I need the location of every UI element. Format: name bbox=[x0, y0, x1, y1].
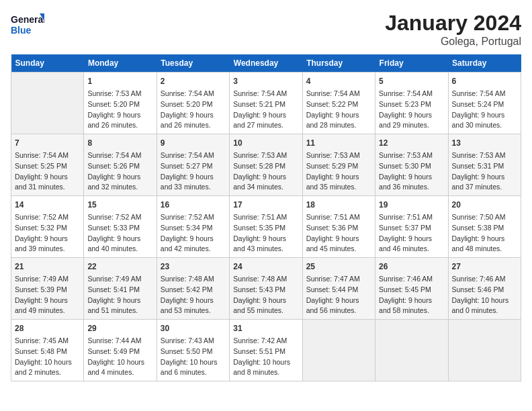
daylight-label: Daylight: 10 hours and 8 minutes. bbox=[233, 358, 290, 377]
calendar-cell: 19Sunrise: 7:51 AMSunset: 5:37 PMDayligh… bbox=[375, 196, 448, 258]
sunrise-label: Sunrise: 7:52 AM bbox=[15, 213, 69, 221]
sunrise-label: Sunrise: 7:51 AM bbox=[233, 213, 287, 221]
calendar-header-row: SundayMondayTuesdayWednesdayThursdayFrid… bbox=[11, 54, 521, 73]
page-header: General Blue January 2024 Golega, Portug… bbox=[11, 11, 521, 48]
day-number: 10 bbox=[233, 137, 298, 149]
sunset-label: Sunset: 5:48 PM bbox=[15, 347, 67, 355]
daylight-label: Daylight: 9 hours and 30 minutes. bbox=[452, 111, 505, 130]
day-number: 13 bbox=[452, 137, 517, 149]
day-number: 5 bbox=[379, 75, 444, 87]
day-number: 16 bbox=[161, 199, 226, 211]
day-number: 26 bbox=[379, 261, 444, 273]
sunrise-label: Sunrise: 7:49 AM bbox=[15, 275, 69, 283]
logo: General Blue bbox=[11, 11, 44, 40]
col-header-tuesday: Tuesday bbox=[157, 54, 229, 73]
daylight-label: Daylight: 9 hours and 28 minutes. bbox=[306, 111, 359, 130]
sunset-label: Sunset: 5:50 PM bbox=[161, 347, 213, 355]
sunrise-label: Sunrise: 7:52 AM bbox=[87, 213, 141, 221]
day-number: 1 bbox=[87, 75, 152, 87]
calendar-cell: 2Sunrise: 7:54 AMSunset: 5:20 PMDaylight… bbox=[157, 73, 229, 134]
calendar-cell: 4Sunrise: 7:54 AMSunset: 5:22 PMDaylight… bbox=[302, 73, 375, 134]
calendar-cell: 26Sunrise: 7:46 AMSunset: 5:45 PMDayligh… bbox=[375, 258, 448, 320]
calendar-week-1: 1Sunrise: 7:53 AMSunset: 5:20 PMDaylight… bbox=[11, 73, 521, 134]
daylight-label: Daylight: 9 hours and 56 minutes. bbox=[306, 296, 359, 315]
day-number: 2 bbox=[161, 75, 226, 87]
calendar-cell: 15Sunrise: 7:52 AMSunset: 5:33 PMDayligh… bbox=[84, 196, 157, 258]
sunset-label: Sunset: 5:33 PM bbox=[87, 224, 140, 232]
day-number: 18 bbox=[306, 199, 371, 211]
col-header-saturday: Saturday bbox=[448, 54, 521, 73]
sunrise-label: Sunrise: 7:54 AM bbox=[161, 151, 214, 159]
day-number: 6 bbox=[452, 75, 517, 87]
day-number: 27 bbox=[452, 261, 517, 273]
calendar-cell: 1Sunrise: 7:53 AMSunset: 5:20 PMDaylight… bbox=[84, 73, 157, 134]
calendar-cell bbox=[302, 320, 375, 381]
sunset-label: Sunset: 5:25 PM bbox=[15, 162, 67, 170]
day-number: 15 bbox=[87, 199, 152, 211]
calendar-cell: 12Sunrise: 7:53 AMSunset: 5:30 PMDayligh… bbox=[375, 134, 448, 196]
calendar-cell: 13Sunrise: 7:53 AMSunset: 5:31 PMDayligh… bbox=[448, 134, 521, 196]
day-number: 17 bbox=[233, 199, 298, 211]
sunset-label: Sunset: 5:27 PM bbox=[161, 162, 213, 170]
sunrise-label: Sunrise: 7:51 AM bbox=[379, 213, 433, 221]
sunrise-label: Sunrise: 7:42 AM bbox=[233, 336, 287, 345]
calendar-cell bbox=[448, 320, 521, 381]
sunrise-label: Sunrise: 7:44 AM bbox=[87, 336, 141, 345]
sunrise-label: Sunrise: 7:43 AM bbox=[161, 336, 214, 345]
sunset-label: Sunset: 5:23 PM bbox=[379, 100, 431, 108]
sunset-label: Sunset: 5:28 PM bbox=[233, 162, 285, 170]
sunrise-label: Sunrise: 7:48 AM bbox=[161, 275, 214, 283]
daylight-label: Daylight: 9 hours and 42 minutes. bbox=[161, 234, 214, 253]
sunrise-label: Sunrise: 7:54 AM bbox=[452, 89, 506, 97]
calendar-cell: 22Sunrise: 7:49 AMSunset: 5:41 PMDayligh… bbox=[84, 258, 157, 320]
calendar-cell: 16Sunrise: 7:52 AMSunset: 5:34 PMDayligh… bbox=[157, 196, 229, 258]
day-number: 3 bbox=[233, 75, 298, 87]
calendar-week-3: 14Sunrise: 7:52 AMSunset: 5:32 PMDayligh… bbox=[11, 196, 521, 258]
sunset-label: Sunset: 5:49 PM bbox=[87, 347, 140, 355]
daylight-label: Daylight: 9 hours and 46 minutes. bbox=[379, 234, 432, 253]
daylight-label: Daylight: 9 hours and 51 minutes. bbox=[87, 296, 140, 315]
calendar-cell: 23Sunrise: 7:48 AMSunset: 5:42 PMDayligh… bbox=[157, 258, 229, 320]
col-header-thursday: Thursday bbox=[302, 54, 375, 73]
sunset-label: Sunset: 5:20 PM bbox=[87, 100, 140, 108]
sunrise-label: Sunrise: 7:53 AM bbox=[379, 151, 433, 159]
day-number: 4 bbox=[306, 75, 371, 87]
calendar-week-4: 21Sunrise: 7:49 AMSunset: 5:39 PMDayligh… bbox=[11, 258, 521, 320]
calendar-cell: 24Sunrise: 7:48 AMSunset: 5:43 PMDayligh… bbox=[230, 258, 302, 320]
calendar-cell bbox=[11, 73, 84, 134]
sunset-label: Sunset: 5:31 PM bbox=[452, 162, 504, 170]
calendar-cell bbox=[375, 320, 448, 381]
sunrise-label: Sunrise: 7:54 AM bbox=[379, 89, 433, 97]
daylight-label: Daylight: 9 hours and 53 minutes. bbox=[161, 296, 214, 315]
calendar-cell: 11Sunrise: 7:53 AMSunset: 5:29 PMDayligh… bbox=[302, 134, 375, 196]
sunrise-label: Sunrise: 7:54 AM bbox=[161, 89, 214, 97]
calendar-cell: 7Sunrise: 7:54 AMSunset: 5:25 PMDaylight… bbox=[11, 134, 84, 196]
sunset-label: Sunset: 5:32 PM bbox=[15, 224, 67, 232]
sunrise-label: Sunrise: 7:53 AM bbox=[233, 151, 287, 159]
day-number: 23 bbox=[161, 261, 226, 273]
day-number: 8 bbox=[87, 137, 152, 149]
day-number: 30 bbox=[161, 322, 226, 334]
daylight-label: Daylight: 9 hours and 29 minutes. bbox=[379, 111, 432, 130]
calendar-cell: 5Sunrise: 7:54 AMSunset: 5:23 PMDaylight… bbox=[375, 73, 448, 134]
daylight-label: Daylight: 10 hours and 6 minutes. bbox=[161, 358, 218, 377]
day-number: 12 bbox=[379, 137, 444, 149]
daylight-label: Daylight: 9 hours and 37 minutes. bbox=[452, 173, 505, 191]
day-number: 22 bbox=[87, 261, 152, 273]
day-number: 20 bbox=[452, 199, 517, 211]
day-number: 24 bbox=[233, 261, 298, 273]
daylight-label: Daylight: 10 hours and 4 minutes. bbox=[87, 358, 144, 377]
daylight-label: Daylight: 9 hours and 36 minutes. bbox=[379, 173, 432, 191]
sunrise-label: Sunrise: 7:52 AM bbox=[161, 213, 214, 221]
sunrise-label: Sunrise: 7:47 AM bbox=[306, 275, 360, 283]
calendar-cell: 3Sunrise: 7:54 AMSunset: 5:21 PMDaylight… bbox=[230, 73, 302, 134]
daylight-label: Daylight: 9 hours and 26 minutes. bbox=[87, 111, 140, 130]
col-header-wednesday: Wednesday bbox=[230, 54, 302, 73]
sunrise-label: Sunrise: 7:48 AM bbox=[233, 275, 287, 283]
sunset-label: Sunset: 5:44 PM bbox=[306, 285, 359, 293]
sunset-label: Sunset: 5:20 PM bbox=[161, 100, 213, 108]
sunset-label: Sunset: 5:26 PM bbox=[87, 162, 140, 170]
daylight-label: Daylight: 9 hours and 33 minutes. bbox=[161, 173, 214, 191]
col-header-monday: Monday bbox=[84, 54, 157, 73]
daylight-label: Daylight: 9 hours and 26 minutes. bbox=[161, 111, 214, 130]
